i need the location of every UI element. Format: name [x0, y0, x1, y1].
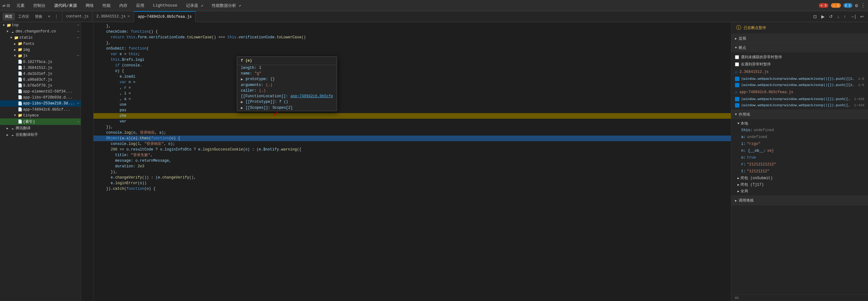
step-over-btn[interactable]: ↺	[828, 13, 834, 20]
chevron-right-icon: ▶	[12, 42, 18, 46]
bp-option-uncaught[interactable]: 遇到未捕获的异常时暂停	[731, 54, 868, 61]
tooltip-row-prototype[interactable]: ▶ prototype: {}	[237, 76, 337, 82]
more-icon[interactable]: ⋮	[861, 2, 866, 9]
tab-nav-replace[interactable]: 替换	[32, 13, 45, 21]
tooltip-val[interactable]: app~748942c6.0b5cfe	[290, 94, 333, 98]
expand-icon: ▶	[241, 106, 243, 110]
tooltip-header: f (e)	[237, 57, 337, 65]
step-into-btn[interactable]: ↓	[836, 13, 841, 20]
call-stack-section-header[interactable]: ▶ 调用堆栈	[731, 196, 868, 205]
tree-item-file-0[interactable]: 📄 0.1827fbca.js	[0, 59, 81, 65]
tree-item-img[interactable]: ▶ 📁 img	[0, 47, 81, 53]
menu-item-memory[interactable]: 内存	[118, 2, 129, 10]
breakpoints-section-header[interactable]: ▼ 断点	[731, 43, 868, 52]
tab-nav-more[interactable]: »	[45, 13, 53, 20]
breakpoints-label: 断点	[739, 45, 746, 51]
menu-item-console[interactable]: 控制台	[31, 2, 48, 10]
folder-icon: 📁	[18, 48, 23, 52]
tree-item-google-translate[interactable]: ▶ ☁ 谷歌翻译助手	[0, 131, 81, 138]
bp-item-2-2[interactable]: (window.webpackJsonp=window.webpackJsonp…	[731, 102, 868, 109]
step-btn[interactable]: →|	[849, 13, 858, 20]
more-options-icon[interactable]: ⋮	[53, 14, 60, 19]
menu-item-recorder[interactable]: 记录器 ↗	[184, 2, 205, 10]
collapse-icon[interactable]: −	[77, 23, 80, 28]
menu-item-network[interactable]: 网络	[84, 2, 96, 10]
menu-item-performance[interactable]: 性能	[101, 2, 113, 10]
tree-item-file-1[interactable]: 📄 2.36841512.js	[0, 65, 81, 71]
tree-item-domain[interactable]: ▼ ☁ dms.changanford.cn −	[0, 28, 81, 35]
tooltip-row-proto2[interactable]: ▶ [[Prototype]]: f ()	[237, 99, 337, 105]
menu-item-sources[interactable]: 源代码/来源	[52, 2, 79, 10]
bp-item-1-1[interactable]: (window.webpackJsonp=window.webpackJsonp…	[731, 76, 868, 82]
bp-item-2-1[interactable]: (window.webpackJsonp=window.webpackJsonp…	[731, 96, 868, 102]
tab-content-js[interactable]: content.js	[62, 11, 93, 22]
line-num	[81, 168, 93, 174]
watch-section-header[interactable]: ▶ 监视	[731, 34, 868, 43]
main-layout: ▼ 📁 top − ▼ ☁ dms.changanford.cn − ▼ 📁 s…	[0, 22, 868, 301]
scope-val: "12121212"	[747, 169, 769, 174]
chevron-right-icon: ▶	[735, 37, 737, 40]
tree-item-file-5[interactable]: 📄 app-elementUI~59f34...	[0, 89, 81, 94]
scope-key: n: {__ob__:	[741, 148, 766, 154]
toggle-panel-btn[interactable]: ⊡	[812, 13, 818, 20]
scope-label: 作用域	[739, 112, 750, 117]
tree-item-file-3[interactable]: 📄 6.a90a03cf.js	[0, 77, 81, 83]
closure-tj17-header[interactable]: ▶ 闭包 (Tj17)	[731, 181, 868, 188]
bp-item-1-2[interactable]: (window.webpackJsonp=window.webpackJsonp…	[731, 82, 868, 88]
bp-checkbox-exception[interactable]	[735, 62, 739, 66]
code-line: }),	[93, 169, 731, 175]
tab-2-36841512-js[interactable]: 2.36841512.js ×	[93, 11, 134, 22]
bp-option-exception[interactable]: 在遇到异常时暂停	[731, 61, 868, 68]
tab-nav-webpage[interactable]: 网页	[2, 13, 15, 21]
menu-item-lighthouse[interactable]: Lighthouse	[151, 2, 179, 9]
collapse-icon[interactable]: −	[77, 53, 80, 58]
tree-item-tinymce[interactable]: ▼ 📁 tinymce	[0, 113, 81, 118]
bp-line-number: 1:5	[858, 83, 864, 87]
file-icon: 📄	[18, 101, 23, 106]
code-editor[interactable]: }, checkCode: function() { return this.f…	[93, 22, 731, 301]
global-scope-header[interactable]: ▶ 全局	[731, 188, 868, 194]
bp-checkbox-uncaught[interactable]	[735, 55, 739, 59]
resume-btn[interactable]: ▶	[820, 13, 826, 20]
code-line: console.log(o, 登录响应, a);	[93, 130, 731, 136]
tree-label: app-libs~6f20b03d.d...	[23, 95, 81, 100]
tree-item-js[interactable]: ▼ 📁 js −	[0, 53, 81, 59]
cloud-icon: ☁	[10, 126, 15, 130]
collapse-icon[interactable]: −	[77, 119, 80, 124]
tree-item-fonts[interactable]: ▶ 📁 fonts	[0, 41, 81, 47]
tree-item-static[interactable]: ▼ 📁 static −	[0, 35, 81, 41]
bp-code: (window.webpackJsonp=window.webpackJsonp…	[741, 77, 856, 81]
tree-label: 9.b76e5f70.js	[23, 84, 81, 88]
tab-close-icon[interactable]: ×	[127, 14, 130, 19]
tooltip-row-caller: caller: (…)	[237, 88, 337, 93]
tab-right-icons: ⊡ ▶ ↺ ↓ ↑ →| ↩	[809, 13, 868, 20]
tree-item-index[interactable]: 📄 (索引) −	[0, 118, 81, 125]
local-scope-header[interactable]: ▼ 本地	[731, 120, 868, 127]
tree-item-tencent[interactable]: ▶ ☁ 腾讯翻译	[0, 125, 81, 131]
tree-item-file-2[interactable]: 📄 4.da1b31ef.js	[0, 71, 81, 77]
tree-item-file-6[interactable]: 📄 app-libs~6f20b03d.d...	[0, 94, 81, 100]
tooltip-row-scopes[interactable]: ▶ [[Scopes]]: Scopes[2]	[237, 105, 337, 111]
menu-item-application[interactable]: 应用	[134, 2, 146, 10]
tree-item-file-8[interactable]: 📄 app~748942c6.0b5cf...	[0, 107, 81, 113]
step-out-btn[interactable]: ↑	[842, 13, 847, 20]
tab-app-js[interactable]: app~748942c6.0b5cfeaa.js	[134, 11, 196, 22]
chevron-down-icon: ▼	[1, 24, 6, 27]
menu-item-elements[interactable]: 元素	[14, 2, 27, 10]
collapse-icon[interactable]: −	[77, 29, 80, 34]
collapse-icon[interactable]: −	[77, 35, 80, 40]
deactivate-btn[interactable]: ↩	[859, 13, 866, 20]
status-text: Wi	[735, 296, 739, 300]
menu-item-perf-insights[interactable]: 性能数据分析 ↗	[210, 2, 243, 10]
scope-section-header[interactable]: ▼ 作用域	[731, 110, 868, 119]
tab-nav-workspace[interactable]: 工作区	[16, 13, 32, 21]
closure-onsubmit-header[interactable]: ▶ 闭包 (onSubmit)	[731, 175, 868, 181]
collapse-icon[interactable]: −	[77, 101, 80, 106]
settings-icon[interactable]: ⚙	[855, 2, 858, 9]
scope-a: a: undefined	[731, 134, 868, 141]
tree-item-file-7[interactable]: 📄 app-libs~253ae210.3d... −	[0, 100, 81, 107]
tree-item-file-4[interactable]: 📄 9.b76e5f70.js	[0, 83, 81, 89]
scope-i: i: "rzgo"	[731, 141, 868, 147]
tree-item-top[interactable]: ▼ 📁 top −	[0, 22, 81, 28]
tabs-area: content.js 2.36841512.js × app~748942c6.…	[62, 11, 809, 22]
